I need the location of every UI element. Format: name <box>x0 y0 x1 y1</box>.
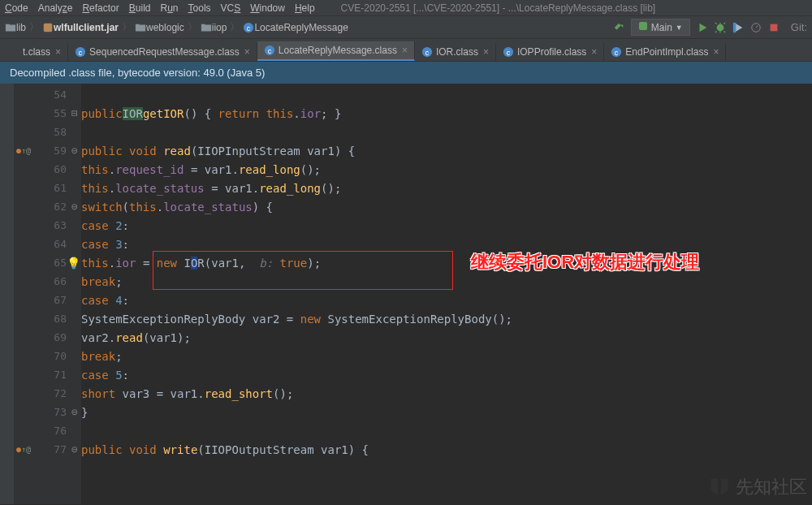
code-line <box>81 85 812 104</box>
class-icon: c <box>75 46 86 58</box>
window-title: CVE-2020-2551 [...\CVE-2020-2551] - ...\… <box>341 2 656 14</box>
tab-ior[interactable]: c IOR.class × <box>415 43 496 61</box>
editor: 54 55⊟ 58 ●↑@59⊖ 60 61 62⊖ 63 64 65 66 6… <box>0 84 812 504</box>
menu-run[interactable]: Run <box>160 2 178 14</box>
fold-icon[interactable]: ⊖ <box>68 406 81 418</box>
class-icon: c <box>243 22 254 33</box>
close-icon[interactable]: × <box>591 46 597 58</box>
menu-tools[interactable]: Tools <box>188 2 211 14</box>
menu-build[interactable]: Build <box>129 2 151 14</box>
line-number: 71 <box>54 369 67 381</box>
tab-label: LocateReplyMessage.class <box>279 45 397 56</box>
watermark: 先知社区 <box>708 475 807 499</box>
line-number: 62 <box>54 201 67 213</box>
code-line: } <box>81 403 812 421</box>
fold-icon[interactable]: ⊖ <box>68 443 81 455</box>
crumb-weblogic[interactable]: weblogic <box>146 22 184 33</box>
tab-locate-reply[interactable]: c LocateReplyMessage.class × <box>257 41 415 61</box>
menu-vcs[interactable]: VCS <box>221 2 241 14</box>
run-coverage-button[interactable] <box>732 22 744 33</box>
svg-text:c: c <box>425 49 430 57</box>
svg-point-4 <box>716 24 723 31</box>
svg-rect-7 <box>770 24 777 31</box>
left-tool-stripe[interactable] <box>0 84 15 504</box>
code-line: break; <box>81 347 812 365</box>
menu-window[interactable]: Window <box>250 2 285 14</box>
editor-tabs: t.class × c SequencedRequestMessage.clas… <box>0 39 812 62</box>
svg-rect-3 <box>639 22 647 30</box>
override-marker[interactable]: ●↑@ <box>16 146 41 155</box>
tab-endpoint[interactable]: c EndPointImpl.class × <box>604 43 726 61</box>
line-number: 76 <box>54 425 67 437</box>
code-line: SystemExceptionReplyBody var2 = new Syst… <box>81 309 812 328</box>
line-number: 72 <box>54 387 67 399</box>
crumb-class[interactable]: LocateReplyMessage <box>254 22 348 33</box>
line-number: 54 <box>54 88 67 101</box>
crumb-jar[interactable]: wlfullclient.jar <box>54 22 119 33</box>
fold-icon[interactable]: ⊟ <box>68 107 81 119</box>
line-number: 65 <box>54 257 67 269</box>
code-line: public IOR getIOR() { return this.ior; } <box>81 104 812 123</box>
chevron-right-icon: 〉 <box>230 20 240 34</box>
close-icon[interactable]: × <box>483 46 489 58</box>
class-icon: c <box>611 46 622 58</box>
chevron-right-icon: 〉 <box>29 20 39 34</box>
crumb-iiop[interactable]: iiop <box>212 22 227 33</box>
line-number: 67 <box>54 294 67 306</box>
line-number: 70 <box>54 350 67 362</box>
line-number: 77 <box>54 443 67 455</box>
crumb-lib[interactable]: lib <box>16 22 26 33</box>
tab-label: EndPointImpl.class <box>625 46 708 58</box>
code-line: this.locate_status = var1.read_long(); <box>81 179 812 197</box>
code-line <box>81 421 812 440</box>
close-icon[interactable]: × <box>55 46 61 58</box>
run-button[interactable] <box>697 22 708 33</box>
tab-t-class[interactable]: t.class × <box>16 43 68 61</box>
jar-icon <box>42 22 54 33</box>
code-line: public void write(IIOPOutputStream var1)… <box>81 440 812 459</box>
close-icon[interactable]: × <box>402 45 408 56</box>
decompile-banner: Decompiled .class file, bytecode version… <box>0 62 812 84</box>
highlight-box <box>153 251 453 290</box>
svg-text:c: c <box>507 49 511 57</box>
chevron-right-icon: 〉 <box>188 20 197 34</box>
chevron-right-icon: 〉 <box>122 20 132 34</box>
hammer-icon[interactable] <box>613 22 624 33</box>
svg-text:c: c <box>268 47 272 55</box>
line-number: 68 <box>54 313 67 325</box>
svg-rect-0 <box>44 23 53 32</box>
folder-icon <box>5 22 16 33</box>
menu-code[interactable]: Code <box>5 2 28 14</box>
line-number: 73 <box>54 406 67 418</box>
code-area[interactable]: public IOR getIOR() { return this.ior; }… <box>81 84 812 504</box>
fold-icon[interactable]: ⊖ <box>68 145 81 157</box>
profile-button[interactable] <box>750 22 762 33</box>
intention-bulb-icon[interactable]: 💡 <box>67 257 80 270</box>
gutter[interactable]: 54 55⊟ 58 ●↑@59⊖ 60 61 62⊖ 63 64 65 66 6… <box>15 84 81 504</box>
run-config-label: Main <box>651 22 672 33</box>
svg-text:c: c <box>79 49 83 57</box>
run-config-icon <box>638 21 648 33</box>
override-marker[interactable]: ●↑@ <box>16 445 41 454</box>
debug-button[interactable] <box>715 22 726 33</box>
breadcrumb[interactable]: lib 〉 wlfullclient.jar 〉 weblogic 〉 iiop… <box>5 20 348 34</box>
line-number: 66 <box>54 275 67 287</box>
menu-refactor[interactable]: Refactor <box>82 2 119 14</box>
menu-analyze[interactable]: Analyze <box>38 2 73 14</box>
class-icon: c <box>421 46 433 58</box>
stop-button[interactable] <box>768 22 780 33</box>
class-icon: c <box>503 46 514 58</box>
tab-label: SequencedRequestMessage.class <box>89 46 240 58</box>
line-number: 60 <box>54 163 67 175</box>
close-icon[interactable]: × <box>244 46 250 58</box>
svg-text:c: c <box>615 49 619 57</box>
git-label: Git: <box>791 21 807 33</box>
tab-sequenced[interactable]: c SequencedRequestMessage.class × <box>68 43 257 61</box>
fold-icon[interactable]: ⊖ <box>68 201 81 213</box>
folder-icon <box>201 22 212 33</box>
tab-iop-profile[interactable]: c IOPProfile.class × <box>496 43 604 61</box>
close-icon[interactable]: × <box>713 46 719 58</box>
menu-help[interactable]: Help <box>295 2 315 14</box>
run-config-selector[interactable]: Main ▼ <box>631 19 690 36</box>
class-icon: c <box>264 45 275 56</box>
